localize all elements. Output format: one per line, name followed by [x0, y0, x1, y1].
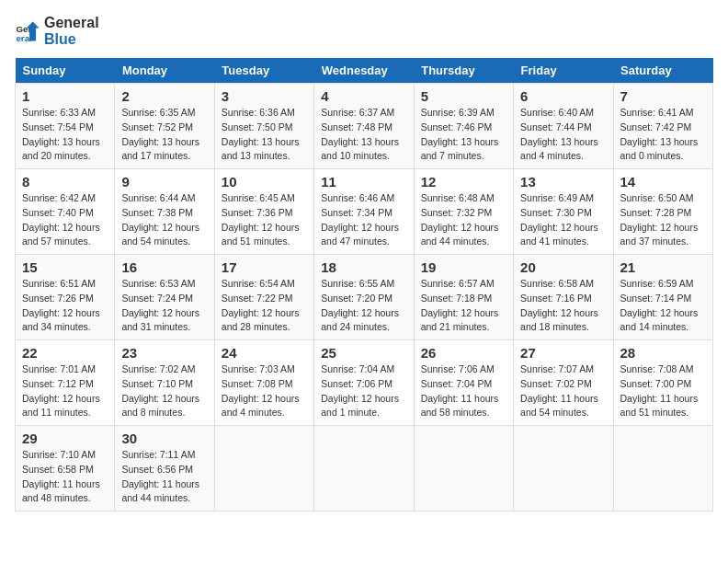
day-number: 10 [222, 174, 307, 190]
day-number: 16 [121, 259, 207, 275]
calendar-cell: 23 Sunrise: 7:02 AMSunset: 7:10 PMDaylig… [115, 340, 214, 426]
day-detail: Sunrise: 7:03 AMSunset: 7:08 PMDaylight:… [222, 363, 300, 418]
day-detail: Sunrise: 7:10 AMSunset: 6:58 PMDaylight:… [22, 449, 100, 503]
calendar-cell: 8 Sunrise: 6:42 AMSunset: 7:40 PMDayligh… [16, 169, 115, 255]
day-number: 3 [222, 88, 307, 104]
calendar-week-row: 22 Sunrise: 7:01 AMSunset: 7:12 PMDaylig… [16, 340, 713, 426]
day-number: 7 [620, 88, 706, 104]
logo: Gen eral General Blue [15, 15, 99, 47]
day-detail: Sunrise: 6:58 AMSunset: 7:16 PMDaylight:… [520, 278, 598, 332]
day-number: 11 [321, 174, 406, 190]
weekday-header-saturday: Saturday [613, 58, 712, 84]
calendar-table: SundayMondayTuesdayWednesdayThursdayFrid… [15, 58, 713, 511]
weekday-header-monday: Monday [115, 58, 214, 84]
day-number: 20 [520, 259, 606, 275]
day-detail: Sunrise: 6:35 AMSunset: 7:52 PMDaylight:… [121, 107, 199, 161]
calendar-cell [514, 426, 613, 511]
day-detail: Sunrise: 6:39 AMSunset: 7:46 PMDaylight:… [421, 107, 499, 161]
calendar-cell: 27 Sunrise: 7:07 AMSunset: 7:02 PMDaylig… [514, 340, 613, 426]
calendar-cell: 7 Sunrise: 6:41 AMSunset: 7:42 PMDayligh… [613, 84, 712, 169]
day-number: 24 [222, 345, 307, 361]
day-detail: Sunrise: 6:36 AMSunset: 7:50 PMDaylight:… [222, 107, 300, 161]
logo-text-general: General [44, 15, 99, 31]
day-number: 29 [22, 431, 108, 446]
day-number: 18 [321, 259, 406, 275]
calendar-cell: 11 Sunrise: 6:46 AMSunset: 7:34 PMDaylig… [314, 169, 414, 255]
day-detail: Sunrise: 7:04 AMSunset: 7:06 PMDaylight:… [321, 363, 399, 418]
day-detail: Sunrise: 6:45 AMSunset: 7:36 PMDaylight:… [222, 192, 300, 247]
day-number: 5 [421, 88, 506, 104]
calendar-cell: 10 Sunrise: 6:45 AMSunset: 7:36 PMDaylig… [214, 169, 313, 255]
day-number: 4 [321, 88, 406, 104]
day-detail: Sunrise: 6:33 AMSunset: 7:54 PMDaylight:… [22, 107, 100, 161]
day-detail: Sunrise: 6:42 AMSunset: 7:40 PMDaylight:… [22, 192, 100, 247]
weekday-header-friday: Friday [514, 58, 613, 84]
day-detail: Sunrise: 7:06 AMSunset: 7:04 PMDaylight:… [421, 363, 499, 418]
day-number: 30 [121, 431, 207, 446]
day-detail: Sunrise: 7:01 AMSunset: 7:12 PMDaylight:… [22, 363, 100, 418]
day-detail: Sunrise: 7:11 AMSunset: 6:56 PMDaylight:… [121, 449, 199, 503]
calendar-week-row: 1 Sunrise: 6:33 AMSunset: 7:54 PMDayligh… [16, 84, 713, 169]
weekday-header-thursday: Thursday [414, 58, 513, 84]
calendar-cell: 28 Sunrise: 7:08 AMSunset: 7:00 PMDaylig… [613, 340, 712, 426]
day-number: 15 [22, 259, 108, 275]
day-detail: Sunrise: 6:40 AMSunset: 7:44 PMDaylight:… [520, 107, 598, 161]
calendar-cell: 9 Sunrise: 6:44 AMSunset: 7:38 PMDayligh… [115, 169, 214, 255]
day-number: 28 [620, 345, 706, 361]
day-number: 14 [620, 174, 706, 190]
day-detail: Sunrise: 6:59 AMSunset: 7:14 PMDaylight:… [620, 278, 699, 332]
day-detail: Sunrise: 6:41 AMSunset: 7:42 PMDaylight:… [620, 107, 699, 161]
day-detail: Sunrise: 6:37 AMSunset: 7:48 PMDaylight:… [321, 107, 399, 161]
calendar-cell: 30 Sunrise: 7:11 AMSunset: 6:56 PMDaylig… [115, 426, 214, 511]
day-number: 22 [22, 345, 108, 361]
calendar-cell: 15 Sunrise: 6:51 AMSunset: 7:26 PMDaylig… [16, 255, 115, 340]
page-header: Gen eral General Blue [15, 15, 713, 47]
calendar-cell: 4 Sunrise: 6:37 AMSunset: 7:48 PMDayligh… [314, 84, 414, 169]
weekday-header-wednesday: Wednesday [314, 58, 414, 84]
day-number: 2 [121, 88, 207, 104]
calendar-cell [214, 426, 313, 511]
calendar-cell: 17 Sunrise: 6:54 AMSunset: 7:22 PMDaylig… [214, 255, 313, 340]
day-number: 25 [321, 345, 406, 361]
day-detail: Sunrise: 6:55 AMSunset: 7:20 PMDaylight:… [321, 278, 399, 332]
day-detail: Sunrise: 6:50 AMSunset: 7:28 PMDaylight:… [620, 192, 699, 247]
day-detail: Sunrise: 6:53 AMSunset: 7:24 PMDaylight:… [121, 278, 199, 332]
day-number: 12 [421, 174, 506, 190]
calendar-cell: 29 Sunrise: 7:10 AMSunset: 6:58 PMDaylig… [16, 426, 115, 511]
day-number: 27 [520, 345, 606, 361]
day-number: 1 [22, 88, 108, 104]
calendar-cell: 5 Sunrise: 6:39 AMSunset: 7:46 PMDayligh… [414, 84, 513, 169]
calendar-cell [314, 426, 414, 511]
logo-icon: Gen eral [15, 18, 40, 44]
calendar-cell: 3 Sunrise: 6:36 AMSunset: 7:50 PMDayligh… [214, 84, 313, 169]
day-number: 6 [520, 88, 606, 104]
day-detail: Sunrise: 6:46 AMSunset: 7:34 PMDaylight:… [321, 192, 399, 247]
logo-text-blue: Blue [44, 31, 99, 48]
calendar-cell: 19 Sunrise: 6:57 AMSunset: 7:18 PMDaylig… [414, 255, 513, 340]
day-number: 13 [520, 174, 606, 190]
calendar-cell: 6 Sunrise: 6:40 AMSunset: 7:44 PMDayligh… [514, 84, 613, 169]
day-number: 19 [421, 259, 506, 275]
calendar-cell: 26 Sunrise: 7:06 AMSunset: 7:04 PMDaylig… [414, 340, 513, 426]
day-number: 9 [121, 174, 207, 190]
day-detail: Sunrise: 7:08 AMSunset: 7:00 PMDaylight:… [620, 363, 699, 418]
calendar-cell: 13 Sunrise: 6:49 AMSunset: 7:30 PMDaylig… [514, 169, 613, 255]
calendar-cell: 21 Sunrise: 6:59 AMSunset: 7:14 PMDaylig… [613, 255, 712, 340]
day-detail: Sunrise: 6:48 AMSunset: 7:32 PMDaylight:… [421, 192, 499, 247]
day-detail: Sunrise: 6:54 AMSunset: 7:22 PMDaylight:… [222, 278, 300, 332]
calendar-cell: 25 Sunrise: 7:04 AMSunset: 7:06 PMDaylig… [314, 340, 414, 426]
day-detail: Sunrise: 6:44 AMSunset: 7:38 PMDaylight:… [121, 192, 199, 247]
day-detail: Sunrise: 7:07 AMSunset: 7:02 PMDaylight:… [520, 363, 598, 418]
weekday-header-sunday: Sunday [16, 58, 115, 84]
day-number: 8 [22, 174, 108, 190]
calendar-cell: 20 Sunrise: 6:58 AMSunset: 7:16 PMDaylig… [514, 255, 613, 340]
calendar-cell: 12 Sunrise: 6:48 AMSunset: 7:32 PMDaylig… [414, 169, 513, 255]
weekday-header-tuesday: Tuesday [214, 58, 313, 84]
calendar-cell: 16 Sunrise: 6:53 AMSunset: 7:24 PMDaylig… [115, 255, 214, 340]
day-number: 26 [421, 345, 506, 361]
day-number: 23 [121, 345, 207, 361]
calendar-cell: 14 Sunrise: 6:50 AMSunset: 7:28 PMDaylig… [613, 169, 712, 255]
day-detail: Sunrise: 6:57 AMSunset: 7:18 PMDaylight:… [421, 278, 499, 332]
calendar-week-row: 8 Sunrise: 6:42 AMSunset: 7:40 PMDayligh… [16, 169, 713, 255]
calendar-cell: 1 Sunrise: 6:33 AMSunset: 7:54 PMDayligh… [16, 84, 115, 169]
